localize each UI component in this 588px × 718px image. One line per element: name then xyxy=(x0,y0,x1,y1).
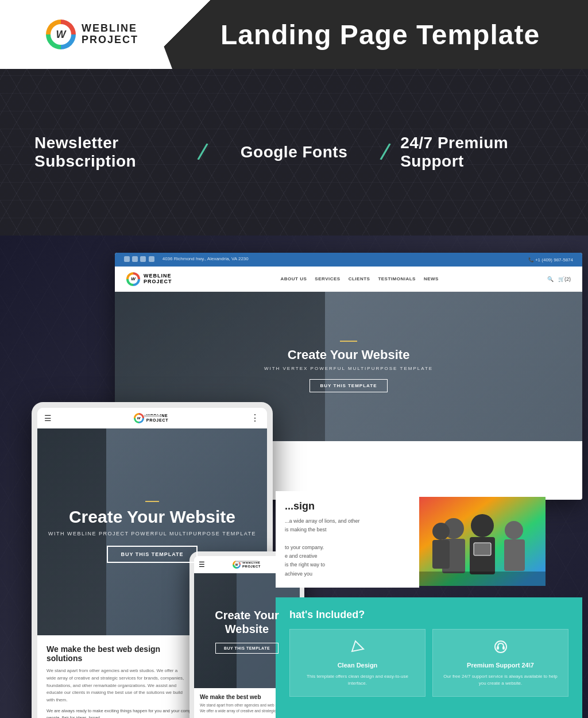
tablet-hero-title: Create Your Website xyxy=(48,507,256,527)
feature-fonts-text: Google Fonts xyxy=(241,143,347,161)
logo-area: W WEBLINE PROJECT xyxy=(0,0,172,69)
svg-point-3 xyxy=(471,514,494,537)
facebook-icon xyxy=(124,256,130,262)
google-icon xyxy=(140,256,146,262)
wi-card-2-title: Premium Support 24\7 xyxy=(467,662,534,669)
svg-rect-13 xyxy=(502,646,505,650)
phone-hero-title: Create Your Website xyxy=(194,608,300,636)
desktop-nav-items: ABOUT US SERVICES CLIENTS TESTIMONIALS N… xyxy=(281,276,439,281)
design-title: ...sign xyxy=(285,500,410,512)
desktop-topbar: 4036 Richmond hwy., Alexandria, VA 2230 … xyxy=(115,253,582,267)
logo-line1: WEBLINE xyxy=(82,23,138,34)
svg-point-7 xyxy=(432,523,450,540)
clean-design-icon xyxy=(349,639,367,657)
desktop-logo-letter: W xyxy=(129,275,138,284)
hero-dash xyxy=(340,341,357,342)
phone-hero-button[interactable]: BUY THIS TEMPLATE xyxy=(215,643,278,654)
address-text: 4036 Richmond hwy., Alexandria, VA 2230 xyxy=(163,256,249,263)
desktop-nav-logo: W WEBLINE PROJECT xyxy=(126,272,172,286)
nav-about[interactable]: ABOUT US xyxy=(281,276,307,281)
wi-card-1-title: Clean Design xyxy=(338,662,378,669)
desktop-hero-title: Create Your Website xyxy=(264,348,433,362)
nav-clients[interactable]: CLIENTS xyxy=(349,276,370,281)
wi-card-2: Premium Support 24\7 Our free 24/7 suppo… xyxy=(432,629,568,697)
whats-included-header: hat's Included? xyxy=(276,597,582,629)
pinterest-icon xyxy=(149,256,154,262)
svg-rect-9 xyxy=(474,543,491,555)
desktop-nav-icons: 🔍 🛒(2) xyxy=(547,276,571,282)
logo-text: WEBLINE PROJECT xyxy=(82,23,138,46)
header-title-area: Landing Page Template xyxy=(172,19,588,51)
twitter-icon xyxy=(132,256,138,262)
wi-card-1: Clean Design This template offers clean … xyxy=(289,629,425,697)
divider-2: / xyxy=(378,138,392,166)
desktop-logo-text: WEBLINE PROJECT xyxy=(144,273,172,285)
design-panel: ...sign ...a wide array of lions, and ot… xyxy=(276,491,419,588)
desktop-hero-button[interactable]: BUY THIS TEMPLATE xyxy=(310,379,388,392)
whats-included-grid: Clean Design This template offers clean … xyxy=(276,629,582,708)
tablet-topbar: ☰ W WEBLINE PROJECT ⋮ xyxy=(37,408,267,429)
feature-fonts: Google Fonts xyxy=(218,143,371,161)
feature-newsletter-text: Newsletter Subscription xyxy=(34,134,188,171)
desktop-navbar: W WEBLINE PROJECT ABOUT US SERVICES CLIE… xyxy=(115,267,582,292)
desktop-topbar-right: 📞 +1 (409) 987-5874 xyxy=(528,257,573,263)
desktop-topbar-left: 4036 Richmond hwy., Alexandria, VA 2230 xyxy=(124,256,249,263)
tablet-logo: W WEBLINE PROJECT xyxy=(134,413,169,423)
feature-support-text: 24/7 Premium Support xyxy=(400,134,554,171)
header: W WEBLINE PROJECT Landing Page Template xyxy=(0,0,588,69)
feature-support: 24/7 Premium Support xyxy=(400,134,554,171)
logo-line2: PROJECT xyxy=(82,34,138,46)
social-icons xyxy=(124,256,156,263)
features-bar: Newsletter Subscription / Google Fonts /… xyxy=(0,134,588,171)
cart-icon[interactable]: 🛒(2) xyxy=(558,276,571,282)
tablet-menu-icon[interactable]: ☰ xyxy=(44,414,52,423)
desktop-hero-text: Create Your Website WITH VERTEX POWERFUL… xyxy=(264,341,433,392)
tablet-hero-sub: WITH WEBLINE PROJECT POWERFUL MULTIPURPO… xyxy=(48,531,256,536)
phone-hero-text: Create Your Website BUY THIS TEMPLATE xyxy=(194,608,300,654)
team-image-inner xyxy=(419,497,546,586)
tablet-logo-letter: W xyxy=(136,415,142,422)
design-text: ...a wide array of lions, and other is m… xyxy=(285,517,410,578)
page-title: Landing Page Template xyxy=(220,19,540,51)
svg-point-5 xyxy=(505,521,523,539)
whats-included-section: hat's Included? Clean Design This templa… xyxy=(276,597,582,718)
logo-letter: W xyxy=(51,24,71,45)
logo-icon: W xyxy=(46,20,76,49)
tablet-logo-icon: W xyxy=(134,413,144,423)
team-image-svg xyxy=(419,497,546,586)
nav-testimonials[interactable]: TESTIMONIALS xyxy=(378,276,416,281)
team-image xyxy=(419,497,546,586)
phone-logo-text: WEBLINE PROJECT xyxy=(242,561,261,568)
svg-rect-10 xyxy=(419,572,546,586)
feature-newsletter: Newsletter Subscription xyxy=(34,134,188,171)
svg-rect-8 xyxy=(432,540,450,569)
svg-rect-6 xyxy=(504,539,525,571)
premium-support-icon xyxy=(492,639,510,657)
tablet-more-icon[interactable]: ⋮ xyxy=(250,412,260,423)
divider-1: / xyxy=(196,138,210,166)
phone-logo: W WEBLINE PROJECT xyxy=(233,561,261,569)
wi-card-2-text: Our free 24/7 support service is always … xyxy=(442,673,559,687)
hero-section: Newsletter Subscription / Google Fonts /… xyxy=(0,69,588,236)
nav-services[interactable]: SERVICES xyxy=(315,276,340,281)
tablet-logo-text: WEBLINE PROJECT xyxy=(146,414,169,422)
tablet-hero-button[interactable]: BUY THIS TEMPLATE xyxy=(107,546,197,563)
screenshots-section: 4036 Richmond hwy., Alexandria, VA 2230 … xyxy=(0,236,588,718)
tablet-hero-dash xyxy=(145,501,159,502)
wi-card-1-text: This template offers clean design and ea… xyxy=(299,673,416,687)
tablet-hero-text: Create Your Website WITH WEBLINE PROJECT… xyxy=(48,501,256,563)
desktop-logo-icon: W xyxy=(126,272,140,286)
search-icon[interactable]: 🔍 xyxy=(547,276,554,282)
svg-rect-12 xyxy=(497,646,499,650)
nav-news[interactable]: NEWS xyxy=(424,276,439,281)
desktop-hero-subtitle: WITH VERTEX POWERFUL MULTIPURPOSE TEMPLA… xyxy=(264,366,433,371)
